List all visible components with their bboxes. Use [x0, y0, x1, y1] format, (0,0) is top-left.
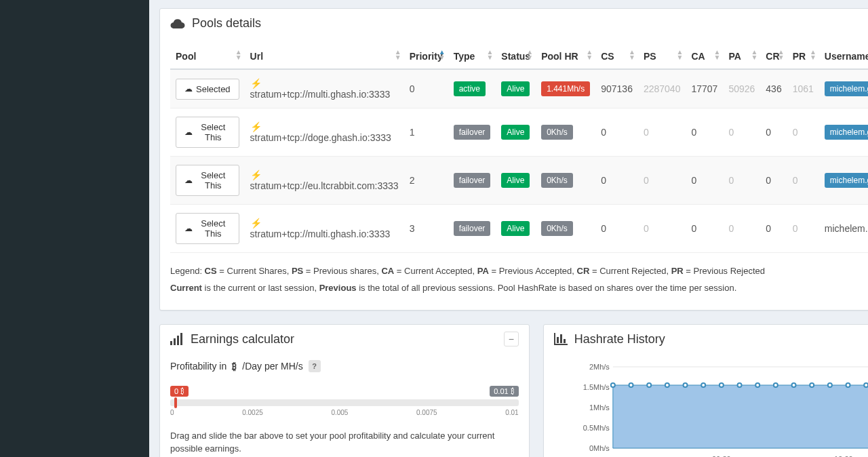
- username-badge: michelem.grid: [825, 81, 868, 96]
- slider-tick: 0.0075: [416, 409, 437, 416]
- column-cr[interactable]: CR▲▼: [760, 44, 787, 69]
- pool-type-badge: failover: [454, 221, 491, 236]
- data-point: [737, 383, 741, 387]
- slider-tick: 0.005: [331, 409, 348, 416]
- sort-icon: ▲▼: [751, 49, 757, 60]
- pool-cr: 0: [760, 108, 787, 157]
- pool-url: ⚡ stratum+tcp://doge.ghash.io:3333: [245, 108, 404, 157]
- pool-ca: 0: [686, 205, 723, 253]
- legend-line-1: Legend: CS = Current Shares, PS = Previo…: [170, 263, 868, 280]
- sort-icon: ▲▼: [713, 49, 720, 60]
- pool-ca: 0: [686, 157, 723, 205]
- pool-pr: 1061: [787, 69, 819, 108]
- column-label: Pool HR: [541, 51, 578, 62]
- y-tick-label: 0Mh/s: [589, 444, 610, 452]
- svg-rect-6: [557, 337, 559, 343]
- column-label: PA: [728, 51, 741, 62]
- column-url[interactable]: Url▲▼: [245, 44, 404, 69]
- data-point: [647, 383, 651, 387]
- pool-type-badge: active: [454, 81, 486, 96]
- column-ca[interactable]: CA▲▼: [686, 44, 723, 69]
- sort-icon: ▲▼: [629, 49, 635, 60]
- select-button-label: Select This: [196, 122, 231, 142]
- pool-pr: 0: [787, 205, 819, 253]
- column-type[interactable]: Type▲▼: [448, 44, 496, 69]
- pool-hashrate-badge: 1.441Mh/s: [541, 81, 590, 96]
- area-series: [613, 385, 868, 448]
- earnings-panel: Earnings calculator − Profitability in ₿…: [159, 324, 530, 457]
- column-label: Url: [250, 51, 263, 62]
- y-tick-label: 1.5Mh/s: [583, 383, 610, 391]
- slider-handle[interactable]: [174, 397, 177, 408]
- pool-pa: 0: [723, 205, 760, 253]
- select-button-label: Selected: [196, 84, 231, 94]
- slider-tick: 0.01: [505, 409, 518, 416]
- sort-icon: ▲▼: [677, 49, 684, 60]
- slider-tick: 0.0025: [242, 409, 263, 416]
- slider-tick: 0: [170, 409, 174, 416]
- hashrate-title: Hashrate History: [554, 332, 665, 346]
- profitability-slider[interactable]: [170, 399, 519, 406]
- username-text: michelem.minera: [825, 223, 868, 234]
- pool-url: ⚡ stratum+tcp://multi.ghash.io:3333: [245, 205, 404, 253]
- collapse-button[interactable]: −: [504, 332, 519, 346]
- column-priority[interactable]: Priority▲▼: [404, 44, 448, 69]
- table-row: ☁Select This⚡ stratum+tcp://eu.ltcrabbit…: [170, 157, 868, 205]
- pool-ca: 17707: [686, 69, 723, 108]
- pool-cr: 0: [760, 205, 787, 253]
- svg-rect-8: [564, 339, 566, 343]
- sort-icon: ▲▼: [526, 49, 533, 60]
- pool-ps: 2287040: [638, 69, 686, 108]
- data-point: [846, 383, 850, 387]
- column-label: PS: [644, 51, 656, 62]
- column-cs[interactable]: CS▲▼: [595, 44, 638, 69]
- pool-pr: 0: [787, 157, 819, 205]
- column-username[interactable]: Username▲▼: [819, 44, 868, 69]
- hashrate-history-panel: Hashrate History − 0Mh/s0.5Mh/s1Mh/s1.5M…: [543, 324, 868, 457]
- column-label: CA: [691, 51, 705, 62]
- slider-value-right: 0.01 ₿: [490, 386, 518, 397]
- y-tick-label: 0.5Mh/s: [583, 424, 610, 432]
- column-pr[interactable]: PR▲▼: [787, 44, 819, 69]
- earnings-title-text: Earnings calculator: [191, 332, 294, 346]
- select-pool-button[interactable]: ☁Select This: [176, 117, 239, 148]
- column-pool[interactable]: Pool▲▼: [170, 44, 245, 69]
- pool-hashrate-badge: 0Kh/s: [541, 221, 573, 236]
- select-button-label: Select This: [196, 170, 231, 191]
- pool-pa: 0: [723, 108, 760, 157]
- cloud-download-icon: ☁: [184, 84, 193, 94]
- data-point: [828, 383, 832, 387]
- svg-rect-1: [174, 338, 176, 345]
- hashrate-title-text: Hashrate History: [574, 332, 665, 346]
- select-pool-button[interactable]: ☁Selected: [176, 79, 239, 100]
- column-pool-hr[interactable]: Pool HR▲▼: [536, 44, 595, 69]
- hashrate-chart: 0Mh/s0.5Mh/s1Mh/s1.5Mh/s2Mh/s09:3010:00: [554, 360, 868, 457]
- signal-icon: [170, 333, 184, 345]
- pools-title-text: Pools details: [192, 16, 261, 31]
- select-pool-button[interactable]: ☁Select This: [176, 165, 239, 196]
- column-ps[interactable]: PS▲▼: [638, 44, 686, 69]
- table-row: ☁Select This⚡ stratum+tcp://multi.ghash.…: [170, 205, 868, 253]
- pools-details-panel: Pools details − Pool▲▼Url▲▼Priority▲▼Typ…: [159, 8, 868, 311]
- column-pa[interactable]: PA▲▼: [723, 44, 760, 69]
- pool-pa: 0: [723, 157, 760, 205]
- username-badge: michelem.grid: [825, 125, 868, 140]
- sort-icon: ▲▼: [486, 49, 493, 60]
- sort-icon: ▲▼: [235, 49, 242, 60]
- table-row: ☁Select This⚡ stratum+tcp://doge.ghash.i…: [170, 108, 868, 157]
- data-point: [719, 383, 724, 387]
- pool-cs: 907136: [595, 69, 638, 108]
- bolt-icon: ⚡: [250, 218, 262, 228]
- svg-rect-4: [554, 333, 555, 345]
- sort-icon: ▲▼: [778, 49, 785, 60]
- bolt-icon: ⚡: [250, 170, 262, 180]
- sort-icon: ▲▼: [439, 49, 446, 60]
- pool-priority: 0: [404, 69, 448, 108]
- data-point: [755, 383, 760, 387]
- sort-icon: ▲▼: [810, 49, 816, 60]
- svg-rect-3: [180, 333, 182, 345]
- column-status[interactable]: Status▲▼: [496, 44, 536, 69]
- select-pool-button[interactable]: ☁Select This: [176, 213, 239, 244]
- help-icon[interactable]: ?: [309, 360, 321, 372]
- pool-ps: 0: [638, 108, 686, 157]
